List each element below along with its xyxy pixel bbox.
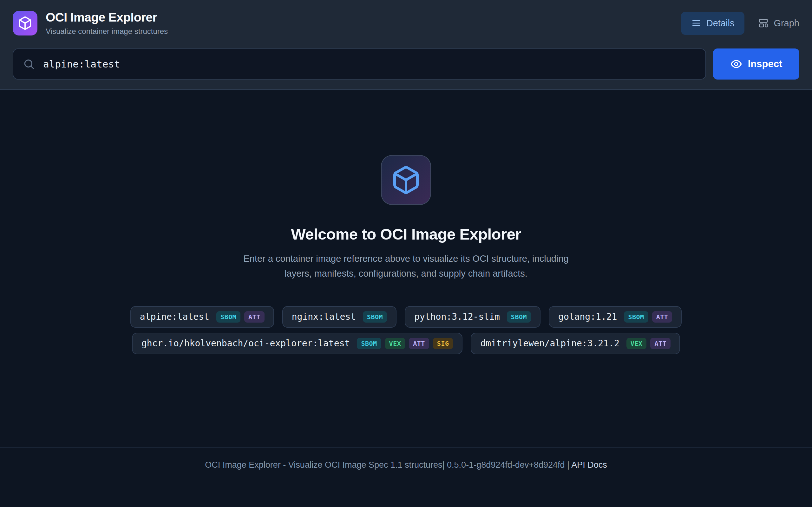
badge-att: ATT [244, 311, 264, 323]
graph-view-label: Graph [774, 18, 799, 29]
example-chip-row: ghcr.io/hkolvenbach/oci-explorer:latestS… [132, 333, 680, 354]
example-chip-row: alpine:latestSBOMATTnginx:latestSBOMpyth… [131, 306, 682, 328]
image-reference: dmitriylewen/alpine:3.21.2 [480, 338, 619, 349]
artifact-badges: SBOM [507, 311, 531, 323]
badge-att: ATT [652, 311, 672, 323]
view-toggle: Details Graph [681, 12, 799, 35]
cube-icon [18, 16, 32, 31]
app-header: OCI Image Explorer Visualize container i… [0, 0, 812, 90]
inspect-button-label: Inspect [748, 58, 782, 70]
image-reference-input[interactable] [43, 58, 696, 70]
inspect-button[interactable]: Inspect [713, 49, 799, 79]
artifact-badges: SBOMVEXATTSIG [357, 338, 453, 349]
example-chip[interactable]: golang:1.21SBOMATT [549, 306, 681, 328]
menu-icon [691, 18, 701, 28]
badge-sbom: SBOM [624, 311, 648, 323]
example-chip[interactable]: ghcr.io/hkolvenbach/oci-explorer:latestS… [132, 333, 463, 354]
image-reference: golang:1.21 [558, 312, 617, 322]
badge-vex: VEX [385, 338, 405, 349]
example-chip[interactable]: alpine:latestSBOMATT [131, 306, 274, 328]
hero-tile [381, 155, 431, 205]
brand: OCI Image Explorer Visualize container i… [13, 11, 168, 36]
search-row: Inspect [13, 49, 799, 79]
badge-vex: VEX [626, 338, 647, 349]
badge-sbom: SBOM [363, 311, 387, 323]
details-view-button[interactable]: Details [681, 12, 745, 35]
badge-sbom: SBOM [216, 311, 241, 323]
top-bar: OCI Image Explorer Visualize container i… [13, 11, 799, 36]
welcome-description: Enter a container image reference above … [235, 251, 577, 281]
badge-sbom: SBOM [357, 338, 381, 349]
footer-text: OCI Image Explorer - Visualize OCI Image… [205, 460, 569, 469]
page-subtitle: Visualize container image structures [46, 27, 168, 36]
example-chip[interactable]: python:3.12-slimSBOM [405, 306, 541, 328]
image-reference: alpine:latest [140, 312, 209, 322]
image-reference: ghcr.io/hkolvenbach/oci-explorer:latest [142, 338, 350, 349]
example-chips: alpine:latestSBOMATTnginx:latestSBOMpyth… [131, 306, 682, 354]
page-title: OCI Image Explorer [46, 11, 168, 24]
artifact-badges: SBOMATT [624, 311, 672, 323]
layout-graph-icon [758, 18, 768, 28]
brand-text: OCI Image Explorer Visualize container i… [46, 11, 168, 36]
search-box [13, 49, 706, 79]
badge-sbom: SBOM [507, 311, 531, 323]
details-view-label: Details [706, 18, 734, 29]
badge-att: ATT [409, 338, 429, 349]
artifact-badges: SBOMATT [216, 311, 264, 323]
artifact-badges: SBOM [363, 311, 387, 323]
main-content: Welcome to OCI Image Explorer Enter a co… [0, 90, 812, 447]
example-chip[interactable]: nginx:latestSBOM [282, 306, 397, 328]
app-footer: OCI Image Explorer - Visualize OCI Image… [0, 447, 812, 507]
image-reference: nginx:latest [292, 312, 356, 322]
search-icon [23, 58, 35, 70]
example-chip[interactable]: dmitriylewen/alpine:3.21.2VEXATT [471, 333, 680, 354]
badge-att: ATT [650, 338, 670, 349]
app-logo [13, 11, 38, 36]
cube-icon [391, 165, 421, 195]
api-docs-link[interactable]: API Docs [571, 460, 607, 469]
image-reference: python:3.12-slim [414, 312, 500, 322]
welcome-heading: Welcome to OCI Image Explorer [291, 225, 521, 243]
eye-icon [730, 58, 742, 70]
artifact-badges: VEXATT [626, 338, 670, 349]
badge-sig: SIG [433, 338, 453, 349]
graph-view-button[interactable]: Graph [758, 12, 799, 35]
